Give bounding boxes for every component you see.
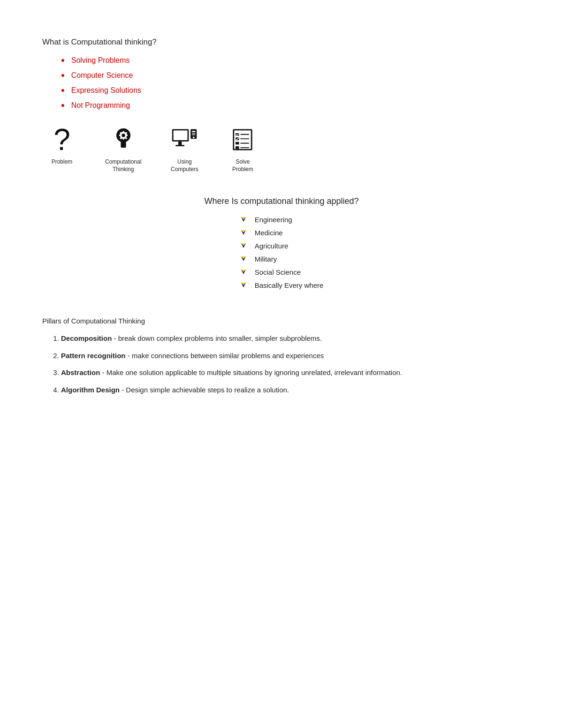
pillar-item-1: Decomposition - break down complex probl… <box>61 333 521 344</box>
pillar-def-1: - break down complex problems into small… <box>112 334 322 342</box>
using-computers-icon-item: UsingComputers <box>169 125 199 173</box>
arrow-icon-1 <box>240 215 249 225</box>
pillar-def-4: - Design simple achievable steps to real… <box>120 386 289 394</box>
svg-rect-19 <box>192 135 196 135</box>
pillars-heading: Pillars of Computational Thinking <box>42 317 521 325</box>
computational-thinking-icon-item: ComputationalThinking <box>105 125 141 173</box>
svg-rect-13 <box>174 130 188 140</box>
computer-icon <box>169 125 199 155</box>
arrow-icon-3 <box>240 241 249 251</box>
svg-rect-6 <box>119 135 121 136</box>
svg-rect-28 <box>241 143 250 144</box>
pillar-item-2: Pattern recognition - make connections b… <box>61 351 521 361</box>
solve-problem-label: SolveProblem <box>232 158 253 173</box>
arrow-item-6: Basically Every where <box>240 280 324 290</box>
svg-rect-26 <box>241 138 250 139</box>
pillar-def-3: - Make one solution applicable to multip… <box>100 368 402 376</box>
section2-question: Where Is computational thinking applied? <box>42 196 521 206</box>
bullet-item-2: Computer Science <box>61 70 521 81</box>
bullet-item-1: Solving Problems <box>61 55 521 66</box>
arrow-item-1: Engineering <box>240 215 324 225</box>
using-computers-label: UsingComputers <box>171 158 198 173</box>
arrow-item-2: Medicine <box>240 228 324 238</box>
icon-row: ? Problem Computational <box>47 125 521 173</box>
arrow-icon-5 <box>240 267 249 277</box>
pillar-term-1: Decomposition <box>61 334 112 342</box>
section1-question: What is Computational thinking? <box>42 38 521 47</box>
svg-rect-27 <box>236 142 239 145</box>
checklist-icon <box>228 125 258 155</box>
brain-icon <box>108 125 138 155</box>
svg-rect-24 <box>241 134 250 135</box>
pillar-item-4: Algorithm Design - Design simple achieva… <box>61 385 521 396</box>
arrow-item-4: Military <box>240 254 324 264</box>
svg-rect-7 <box>126 135 128 136</box>
svg-rect-1 <box>121 142 126 148</box>
bullet-item-3: Expressing Solutions <box>61 85 521 96</box>
svg-rect-30 <box>241 147 250 148</box>
svg-rect-14 <box>178 142 182 145</box>
svg-rect-18 <box>192 133 196 134</box>
svg-rect-29 <box>236 146 239 149</box>
arrow-item-5: Social Science <box>240 267 324 277</box>
pillar-item-3: Abstraction - Make one solution applicab… <box>61 368 521 378</box>
pillar-def-2: - make connections between similar probl… <box>126 352 324 360</box>
svg-rect-15 <box>176 145 185 146</box>
pillar-term-4: Algorithm Design <box>61 386 120 394</box>
arrow-icon-6 <box>240 280 249 290</box>
solve-problem-icon-item: SolveProblem <box>228 125 258 173</box>
svg-rect-5 <box>122 138 124 140</box>
svg-point-3 <box>122 134 125 137</box>
pillar-term-2: Pattern recognition <box>61 352 126 360</box>
arrow-icon-2 <box>240 228 249 238</box>
bullet-list: Solving Problems Computer Science Expres… <box>61 55 521 111</box>
arrow-list: Engineering Medicine Agriculture Militar… <box>240 215 324 293</box>
computational-thinking-label: ComputationalThinking <box>105 158 141 173</box>
bullet-item-4: Not Programming <box>61 100 521 111</box>
question-mark-icon: ? <box>47 125 77 155</box>
section2-container: Where Is computational thinking applied?… <box>42 196 521 308</box>
pillar-term-3: Abstraction <box>61 368 100 376</box>
arrow-icon-4 <box>240 254 249 264</box>
arrow-item-3: Agriculture <box>240 241 324 251</box>
problem-icon-item: ? Problem <box>47 125 77 166</box>
svg-point-20 <box>193 136 195 138</box>
svg-rect-4 <box>122 131 124 133</box>
svg-rect-17 <box>192 131 196 132</box>
problem-label: Problem <box>52 158 73 166</box>
pillars-list: Decomposition - break down complex probl… <box>61 333 521 395</box>
